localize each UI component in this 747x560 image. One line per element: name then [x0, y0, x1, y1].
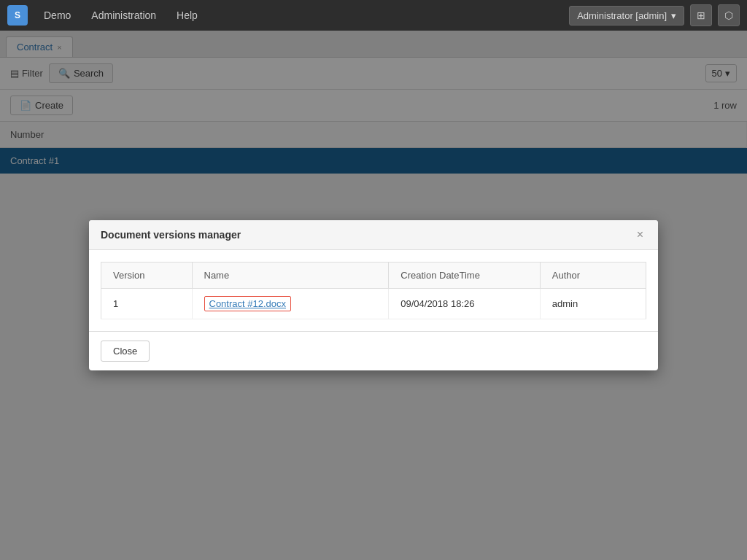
- topbar-right: Administrator [admin] ▾ ⊞ ⬡: [569, 4, 740, 26]
- grid-icon: ⊞: [697, 9, 705, 21]
- external-link-icon: ⬡: [724, 9, 733, 21]
- versions-table: Version Name Creation DateTime Author 1 …: [101, 262, 646, 319]
- document-versions-modal: Document versions manager × Version Name…: [89, 220, 658, 370]
- cell-datetime: 09/04/2018 18:26: [389, 289, 541, 319]
- topbar-nav: Demo Administration Help: [35, 5, 562, 26]
- col-datetime-header: Creation DateTime: [389, 262, 541, 289]
- topbar: S Demo Administration Help Administrator…: [0, 0, 747, 31]
- user-menu-button[interactable]: Administrator [admin] ▾: [569, 6, 684, 26]
- modal-header: Document versions manager ×: [89, 220, 658, 250]
- external-icon-button[interactable]: ⬡: [718, 4, 740, 26]
- col-version-header: Version: [101, 262, 193, 289]
- document-link[interactable]: Contract #12.docx: [204, 296, 292, 311]
- col-author-header: Author: [540, 262, 646, 289]
- main-area: Contract × ▤ Filter 🔍 Search 50 ▾ 📄 Crea…: [0, 31, 747, 560]
- cell-name: Contract #12.docx: [192, 289, 389, 319]
- version-row: 1 Contract #12.docx 09/04/2018 18:26 adm…: [101, 289, 646, 319]
- modal-title: Document versions manager: [101, 229, 241, 241]
- user-label: Administrator [admin]: [577, 10, 667, 21]
- modal-body: Version Name Creation DateTime Author 1 …: [89, 250, 658, 331]
- col-name-header: Name: [192, 262, 389, 289]
- modal-close-button[interactable]: ×: [634, 229, 646, 241]
- nav-help[interactable]: Help: [168, 5, 206, 26]
- nav-demo[interactable]: Demo: [35, 5, 80, 26]
- close-button[interactable]: Close: [101, 341, 150, 362]
- chevron-down-icon: ▾: [671, 10, 676, 21]
- modal-footer: Close: [89, 331, 658, 370]
- modal-overlay: Document versions manager × Version Name…: [0, 31, 747, 560]
- cell-author: admin: [540, 289, 646, 319]
- app-logo[interactable]: S: [7, 5, 28, 26]
- cell-version: 1: [101, 289, 193, 319]
- grid-icon-button[interactable]: ⊞: [690, 4, 712, 26]
- nav-administration[interactable]: Administration: [82, 5, 165, 26]
